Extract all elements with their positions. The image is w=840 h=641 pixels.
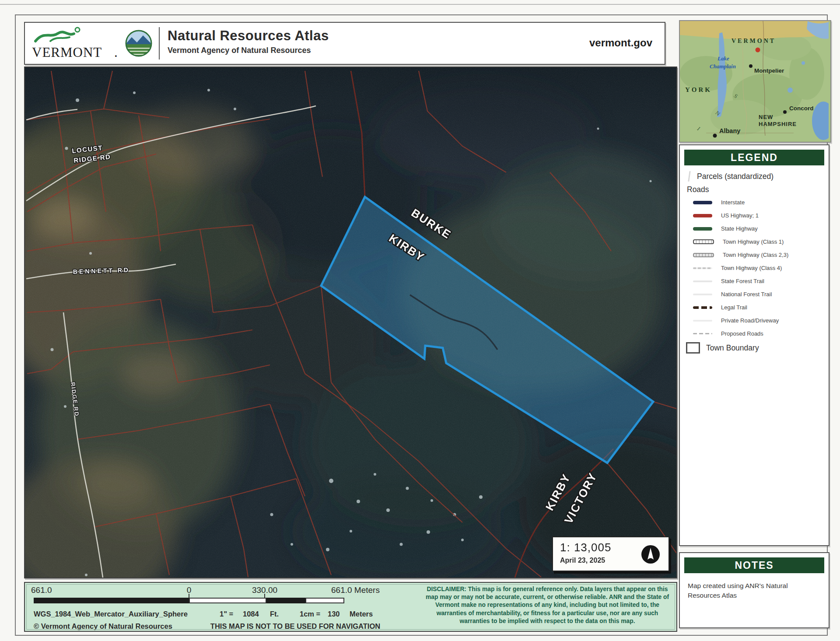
legend-town-boundary-label: Town Boundary — [706, 343, 759, 353]
national-forest-trail-line-symbol — [693, 294, 712, 295]
inset-label-concord: Concord — [789, 105, 814, 112]
legend-panel: LEGEND Parcels (standardized) Roads Inte… — [679, 144, 830, 546]
town-highway-23-line-symbol — [693, 253, 714, 257]
vermont-logo: VERMONT . — [31, 25, 121, 62]
legal-trail-line-symbol — [693, 306, 712, 309]
legend-parcels-label: Parcels (standardized) — [697, 172, 774, 181]
scan-grain — [25, 67, 676, 578]
inset-location-dot — [756, 48, 760, 53]
inset-label-vermont: VERMONT — [732, 38, 776, 44]
legend-item-interstate: Interstate — [693, 198, 829, 207]
cm-scale-unit: Meters — [350, 610, 373, 618]
inch-scale-val: 1084 — [243, 610, 259, 618]
inset-label-nh-1: NEW — [759, 114, 773, 120]
svg-text:.: . — [114, 45, 118, 60]
proposed-roads-line-symbol — [693, 333, 712, 334]
legend-item-us-highway: US Highway; 1 — [693, 211, 829, 220]
cm-scale-eq: 1cm = — [300, 610, 320, 618]
inch-scale-unit: Ft. — [270, 610, 279, 618]
vermont-logo-mountains — [35, 32, 74, 41]
inset-label-york: YORK — [685, 86, 712, 93]
legend-roads-label: Roads — [687, 185, 709, 194]
town-boundary-symbol — [686, 342, 700, 354]
vermont-wordmark-text: VERMONT — [32, 45, 102, 60]
scalebar-segment — [305, 598, 344, 603]
footer-bar: 661.0 0 330.00 661.0 Meters WGS_1984_Web… — [24, 582, 677, 632]
parcels-line-symbol — [688, 171, 690, 182]
legend-roads-row: Roads — [687, 185, 829, 194]
north-arrow-icon — [640, 544, 661, 564]
interstate-line-symbol — [693, 201, 712, 204]
page-title: Natural Resources Atlas — [168, 28, 329, 44]
notes-body: Map created using ANR's Natural Resource… — [680, 579, 829, 602]
scan-edge-line — [0, 4, 840, 5]
private-road-line-symbol — [693, 320, 712, 322]
state-forest-trail-line-symbol — [693, 280, 712, 282]
inset-label-montpelier: Montpelier — [754, 67, 784, 74]
legend-item-state-forest-trail: State Forest Trail — [693, 277, 829, 286]
scale-tick-left: 661.0 — [31, 585, 52, 595]
main-map: BURKE KIRBY KIRBY VICTORY LOCUST RIDGE R… — [24, 67, 677, 578]
us-highway-line-symbol — [693, 214, 712, 217]
inset-label-lake-2: Champlain — [710, 63, 736, 70]
legend-parcels-row: Parcels (standardized) — [687, 172, 829, 181]
legend-item-town-highway-23: Town Highway (Class 2,3) — [693, 250, 829, 259]
town-highway-4-line-symbol — [693, 267, 712, 269]
inch-scale-eq: 1" = — [220, 610, 233, 618]
notes-panel: NOTES Map created using ANR's Natural Re… — [679, 552, 830, 628]
state-highway-line-symbol — [693, 227, 712, 231]
inset-label-lake-1: Lake — [717, 55, 729, 62]
scalebar-segment — [266, 598, 305, 603]
anr-logo — [125, 29, 153, 57]
disclaimer-text: DISCLAIMER: This map is for general refe… — [421, 585, 674, 625]
header-divider — [159, 27, 160, 60]
legend-item-private-road: Private Road/Driveway — [693, 316, 829, 325]
legend-item-town-highway-1: Town Highway (Class 1) — [693, 237, 829, 246]
copyright-label: © Vermont Agency of Natural Resources — [34, 622, 172, 630]
legend-item-national-forest-trail: National Forest Trail — [693, 290, 829, 299]
navigation-warning: THIS MAP IS NOT TO BE USED FOR NAVIGATIO… — [203, 622, 387, 630]
header: VERMONT . Natural Resources Atlas Vermon… — [24, 22, 665, 65]
scalebar-segment — [189, 598, 266, 603]
inset-label-nh-2: HAMPSHIRE — [759, 121, 797, 127]
legend-item-town-highway-4: Town Highway (Class 4) — [693, 263, 829, 273]
scalebar-segment — [34, 598, 189, 603]
scale-info-box: 1: 13,005 April 23, 2025 — [552, 536, 669, 571]
page-subtitle: Vermont Agency of Natural Resources — [168, 46, 329, 55]
vermont-gov-link: vermont.gov — [589, 37, 652, 49]
vermont-logo-moon — [75, 28, 80, 32]
legend-item-proposed-roads: Proposed Roads — [693, 329, 829, 338]
notes-header: NOTES — [684, 557, 824, 573]
legend-item-state-highway: State Highway — [693, 224, 829, 233]
legend-town-boundary-row: Town Boundary — [686, 342, 829, 354]
projection-label: WGS_1984_Web_Mercator_Auxiliary_Sphere — [34, 610, 188, 618]
town-highway-1-line-symbol — [693, 239, 714, 244]
scale-tick-661: 661.0 Meters — [331, 585, 380, 595]
inset-locator-map: VERMONT Lake Champlain Montpelier YORK S… — [679, 20, 831, 143]
cm-scale-val: 130 — [328, 610, 340, 618]
inset-label-albany: Albany — [719, 127, 740, 134]
legend-item-legal-trail: Legal Trail — [693, 303, 829, 312]
legend-header: LEGEND — [684, 150, 824, 165]
